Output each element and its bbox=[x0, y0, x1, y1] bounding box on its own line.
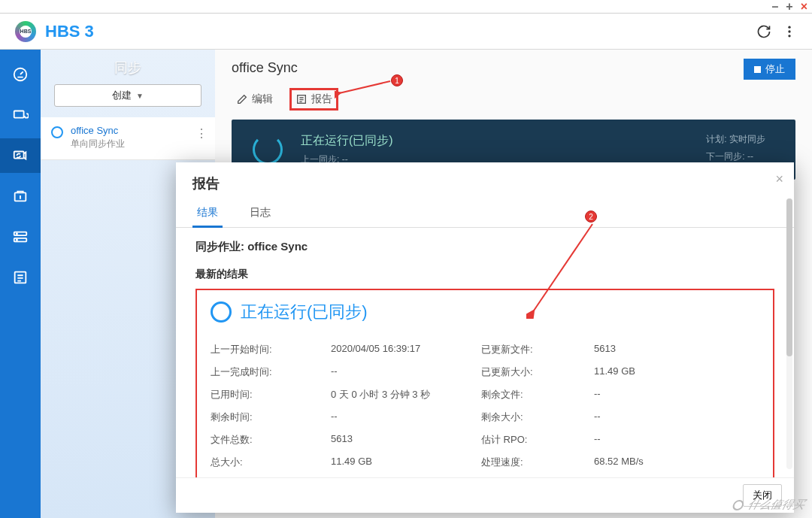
iconbar-restore[interactable] bbox=[0, 179, 41, 214]
rpo-label: 估计 RPO: bbox=[481, 433, 594, 447]
modal-title: 报告 bbox=[176, 162, 794, 200]
page-title: office Sync bbox=[232, 60, 795, 76]
sync-job-prefix: 同步作业: bbox=[195, 240, 247, 253]
total-size-val: 11.49 GB bbox=[331, 456, 481, 469]
result-box: 正在运行(已同步) 上一开始时间: 2020/04/05 16:39:17 已更… bbox=[195, 289, 774, 477]
edit-button[interactable]: 编辑 bbox=[232, 89, 277, 109]
job-name: office Sync bbox=[71, 125, 125, 136]
last-end-label: 上一完成时间: bbox=[211, 365, 331, 379]
more-icon[interactable] bbox=[782, 24, 797, 39]
window-titlebar: – + × bbox=[0, 0, 812, 14]
svg-point-2 bbox=[788, 35, 790, 37]
edit-icon bbox=[236, 93, 248, 105]
tab-logs[interactable]: 日志 bbox=[245, 200, 275, 227]
stop-button-label: 停止 bbox=[765, 62, 785, 76]
updated-size-label: 已更新大小: bbox=[481, 365, 594, 379]
app-header: HBS HBS 3 bbox=[0, 14, 812, 50]
watermark-icon bbox=[732, 500, 745, 510]
last-start-label: 上一开始时间: bbox=[211, 343, 331, 356]
iconbar-sync[interactable] bbox=[0, 138, 41, 173]
remain-files-val: -- bbox=[594, 388, 759, 401]
stop-button[interactable]: 停止 bbox=[744, 59, 795, 80]
remain-files-label: 剩余文件: bbox=[481, 388, 594, 401]
app-name: HBS 3 bbox=[45, 22, 94, 41]
running-title: 正在运行(已同步) bbox=[241, 301, 368, 323]
stop-icon bbox=[754, 66, 761, 73]
modal-scrollbar-thumb[interactable] bbox=[786, 198, 792, 356]
status-title: 正在运行(已同步) bbox=[301, 133, 393, 149]
modal-close-icon[interactable]: × bbox=[775, 171, 783, 187]
speed-label: 处理速度: bbox=[481, 456, 594, 469]
remain-time-val: -- bbox=[331, 410, 481, 424]
running-icon bbox=[211, 301, 232, 323]
remain-size-val: -- bbox=[594, 410, 759, 424]
job-item[interactable]: office Sync 单向同步作业 ⋮ bbox=[41, 117, 215, 160]
create-button-label: 创建 bbox=[112, 89, 132, 102]
updated-size-val: 11.49 GB bbox=[594, 365, 759, 379]
svg-point-9 bbox=[17, 233, 17, 234]
report-icon bbox=[295, 93, 308, 105]
elapsed-val: 0 天 0 小时 3 分钟 3 秒 bbox=[331, 388, 481, 401]
maximize-icon[interactable]: + bbox=[786, 0, 792, 14]
app-logo-icon: HBS bbox=[15, 21, 36, 42]
total-files-label: 文件总数: bbox=[211, 433, 331, 447]
annotation-badge-2: 2 bbox=[585, 211, 597, 223]
rpo-val: -- bbox=[594, 433, 759, 447]
job-type: 单向同步作业 bbox=[71, 138, 125, 150]
refresh-icon[interactable] bbox=[756, 24, 771, 39]
updated-files-val: 5613 bbox=[594, 343, 759, 356]
sync-job-name: office Sync bbox=[247, 240, 308, 253]
result-grid: 上一开始时间: 2020/04/05 16:39:17 已更新文件: 5613 … bbox=[211, 343, 759, 469]
modal-footer: 关闭 bbox=[176, 477, 794, 513]
svg-point-0 bbox=[788, 26, 790, 28]
spinner-icon bbox=[253, 135, 283, 165]
iconbar-backup[interactable] bbox=[0, 98, 41, 132]
minimize-icon[interactable]: – bbox=[771, 0, 778, 14]
modal-body: 同步作业: office Sync 最新的结果 正在运行(已同步) 上一开始时间… bbox=[176, 228, 794, 477]
elapsed-label: 已用时间: bbox=[211, 388, 331, 401]
latest-result-heading: 最新的结果 bbox=[195, 268, 774, 281]
remain-time-label: 剩余时间: bbox=[211, 410, 331, 424]
watermark-text: 什么值得买 bbox=[746, 498, 806, 512]
sidebar-title: 同步 bbox=[41, 50, 215, 84]
updated-files-label: 已更新文件: bbox=[481, 343, 594, 356]
tab-results[interactable]: 结果 bbox=[192, 200, 223, 227]
annotation-badge-1: 1 bbox=[391, 74, 403, 86]
status-next-sync: 下一同步: -- bbox=[706, 150, 765, 163]
iconbar-storage[interactable] bbox=[0, 220, 41, 254]
report-button[interactable]: 报告 bbox=[291, 89, 337, 109]
create-button[interactable]: 创建 ▼ bbox=[54, 84, 201, 107]
iconbar-dashboard[interactable] bbox=[0, 57, 41, 92]
remain-size-label: 剩余大小: bbox=[481, 410, 594, 424]
svg-point-10 bbox=[17, 239, 17, 240]
report-label: 报告 bbox=[311, 92, 332, 106]
last-end-val: -- bbox=[331, 365, 481, 379]
iconbar bbox=[0, 50, 41, 518]
modal-tabs: 结果 日志 bbox=[176, 200, 794, 228]
job-more-icon[interactable]: ⋮ bbox=[195, 126, 208, 141]
speed-val: 68.52 MB/s bbox=[594, 456, 759, 469]
iconbar-queue[interactable] bbox=[0, 260, 41, 295]
sync-job-heading: 同步作业: office Sync bbox=[195, 240, 774, 254]
report-modal: 报告 × 结果 日志 同步作业: office Sync 最新的结果 正在运行(… bbox=[176, 162, 794, 513]
status-plan: 计划: 实时同步 bbox=[706, 133, 765, 146]
last-start-val: 2020/04/05 16:39:17 bbox=[331, 343, 481, 356]
total-files-val: 5613 bbox=[331, 433, 481, 447]
svg-rect-4 bbox=[14, 111, 24, 118]
edit-label: 编辑 bbox=[252, 92, 273, 106]
toolbar: 编辑 报告 bbox=[232, 89, 795, 109]
total-size-label: 总大小: bbox=[211, 456, 331, 469]
close-icon[interactable]: × bbox=[801, 0, 807, 14]
job-status-icon bbox=[51, 126, 63, 138]
chevron-down-icon: ▼ bbox=[136, 92, 144, 100]
watermark: 什么值得买 bbox=[731, 498, 806, 512]
svg-point-1 bbox=[788, 30, 790, 32]
